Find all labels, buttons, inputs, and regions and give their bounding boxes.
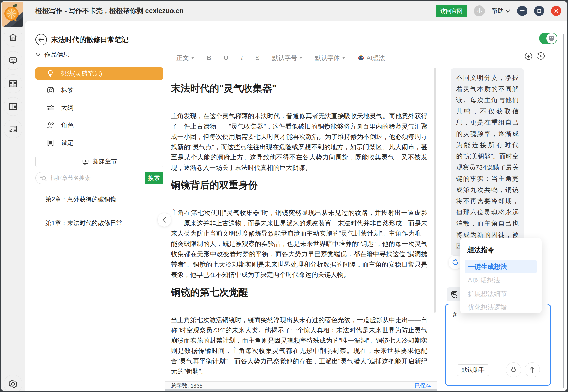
collapse-panel-button[interactable]: [157, 213, 171, 227]
panel-scrollbar[interactable]: [563, 34, 564, 388]
add-chapter-icon: [82, 158, 89, 165]
history-button[interactable]: [536, 52, 545, 61]
chapter-item[interactable]: 第2章：意外获得的破铜镜: [45, 194, 155, 205]
underline-button[interactable]: U: [224, 54, 228, 62]
home-icon[interactable]: [4, 28, 22, 47]
chat-input-value[interactable]: #: [453, 311, 457, 318]
chapter-item[interactable]: 第1章：末法时代的散修日常: [45, 217, 155, 229]
maximize-icon: [537, 9, 541, 13]
horizontal-scrollbar[interactable]: [165, 389, 437, 391]
ai-idea-button[interactable]: AI想法: [358, 54, 385, 62]
clear-button[interactable]: [506, 362, 521, 377]
editor-toolbar: 正文 B U I S 默认字号 默认字体 AI想法: [165, 50, 437, 66]
chevron-down-icon: [505, 9, 510, 13]
send-button[interactable]: [525, 362, 540, 377]
reader-icon[interactable]: [4, 97, 22, 116]
clock-icon: [536, 52, 545, 61]
back-button[interactable]: [35, 34, 47, 45]
caret-down-icon: [342, 57, 345, 59]
ai-assistant-toggle[interactable]: [539, 33, 557, 44]
paragraph-style-select[interactable]: 正文: [176, 54, 194, 62]
doc-heading: 铜镜背后的双重身份: [171, 178, 427, 192]
doc-heading: 铜镜的第七次觉醒: [171, 286, 427, 299]
new-chapter-button[interactable]: 新建章节: [35, 156, 163, 167]
chat-icon[interactable]: [4, 51, 22, 70]
plus-circle-icon: [524, 52, 533, 61]
section-work-info[interactable]: 作品信息: [35, 50, 69, 59]
sidebar-item-settings[interactable]: 设定: [35, 136, 163, 149]
person-gear-icon: [47, 122, 54, 129]
editor-scrollbar[interactable]: [434, 68, 436, 313]
window-title: 橙橙写作 - 写作不卡壳，橙橙帮你剥 ccxiezuo.cn: [35, 1, 184, 21]
robot-face-icon: [548, 35, 555, 42]
refresh-icon: [452, 259, 459, 266]
close-icon: [554, 9, 558, 13]
help-menu[interactable]: 帮助: [492, 7, 510, 15]
app-window: 橙橙写作 - 写作不卡壳，橙橙帮你剥 ccxiezuo.cn 访问官网 小 帮助: [1, 1, 567, 391]
sidebar-item-outline[interactable]: 大纲: [35, 101, 163, 114]
settings-icon[interactable]: [4, 375, 22, 391]
doc-section: 铜镜背后的双重身份 主角在第七次使用"灵气收集器"时，铜镜突然显现出从未见过的纹…: [171, 178, 427, 280]
doc-paragraph: 当主角第七次激活铜镜时，镜面突然浮现出从未有过的蓝色光纹，一道虚影从中走出——自…: [171, 315, 427, 377]
arrow-up-icon: [529, 366, 535, 373]
help-label: 帮助: [492, 7, 504, 15]
close-button[interactable]: [551, 6, 561, 16]
maximize-button[interactable]: [534, 6, 544, 16]
menu-label: 标签: [61, 86, 74, 94]
popup-item-optimize-idea[interactable]: 优化想法逻辑: [465, 300, 537, 314]
chapter-search: 搜索: [35, 172, 163, 184]
robot-icon: [358, 55, 364, 61]
default-assistant-button[interactable]: 默认助手: [457, 364, 489, 376]
arrow-left-icon: [38, 37, 44, 42]
chat-input-box[interactable]: # 默认助手: [445, 304, 551, 386]
caret-down-icon: [191, 57, 194, 59]
caret-down-icon: [299, 57, 302, 59]
library-icon[interactable]: [4, 74, 22, 93]
user-avatar[interactable]: 小: [474, 5, 485, 16]
strikethrough-button[interactable]: S: [255, 54, 260, 62]
panel-divider: [443, 65, 563, 65]
doc-paragraph: 主角在第七次使用"灵气收集器"时，铜镜突然显现出从未见过的纹路，并投射出一道虚影…: [171, 208, 427, 280]
book-title: 末法时代的散修日常笔记: [51, 34, 129, 45]
ai-panel: 不同文明分支，掌握着灵气本质的不同解读。每次主角与他们共鸣，不仅获取信息，更是在…: [438, 21, 567, 391]
idea-command-popup: 想法指令 一键生成想法 AI对话想法 扩展想法细节 优化想法逻辑: [460, 238, 542, 313]
main-card: 末法时代的散修日常笔记 作品信息 想法(灵感笔记) 标签 大纲 角色: [25, 21, 567, 391]
save-status[interactable]: 已保存: [415, 382, 431, 389]
titlebar: 橙橙写作 - 写作不卡壳，橙橙帮你剥 ccxiezuo.cn 访问官网 小 帮助: [1, 1, 567, 21]
add-idea-button[interactable]: [524, 52, 533, 61]
menu-label: 设定: [61, 138, 74, 147]
ai-message-bubble: 不同文明分支，掌握着灵气本质的不同解读。每次主角与他们共鸣，不仅获取信息，更是在…: [451, 68, 524, 256]
sidebar-item-tags[interactable]: 标签: [35, 84, 163, 97]
robot-icon: [450, 290, 458, 299]
bold-button[interactable]: B: [207, 54, 211, 62]
minimize-button[interactable]: [517, 6, 527, 16]
search-input[interactable]: [35, 172, 145, 184]
sliders-icon: [47, 104, 54, 111]
font-size-select[interactable]: 默认字号: [272, 54, 302, 62]
broom-icon: [510, 366, 517, 373]
chevron-left-icon: [163, 217, 166, 223]
section-label: 作品信息: [44, 50, 69, 59]
editor-statusbar: 总字数: 1835 已保存: [165, 381, 437, 390]
doc-heading: 末法时代的"灵气收集器": [171, 82, 427, 95]
app-sidebar: [1, 21, 25, 391]
menu-label: 大纲: [61, 104, 74, 112]
sidebar-item-characters[interactable]: 角色: [35, 119, 163, 131]
lightbulb-icon: [47, 70, 54, 77]
popup-item-generate-idea[interactable]: 一键生成想法: [465, 260, 537, 273]
sidebar-item-ideas[interactable]: 想法(灵感笔记): [35, 67, 163, 80]
minimize-icon: [520, 10, 525, 11]
desktop-background: 橙橙写作 - 写作不卡壳，橙橙帮你剥 ccxiezuo.cn 访问官网 小 帮助: [0, 0, 568, 392]
detach-panel-icon[interactable]: [4, 120, 22, 138]
chevron-down-icon: [35, 53, 41, 56]
popup-item-ai-dialog-idea[interactable]: AI对话想法: [465, 273, 537, 287]
popup-item-expand-idea[interactable]: 扩展想法细节: [465, 287, 537, 300]
editor-column: 正文 B U I S 默认字号 默认字体 AI想法 末法时代的"灵气收集器": [164, 21, 437, 391]
doc-section: 末法时代的"灵气收集器" 主角发现，在这个灵气稀薄的末法时代，普通修真者无法直接…: [171, 82, 427, 173]
italic-button[interactable]: I: [241, 54, 243, 61]
document-body[interactable]: 末法时代的"灵气收集器" 主角发现，在这个灵气稀薄的末法时代，普通修真者无法直接…: [165, 66, 437, 381]
toggle-knob: [546, 33, 557, 44]
font-family-select[interactable]: 默认字体: [315, 54, 345, 62]
visit-site-button[interactable]: 访问官网: [436, 5, 467, 17]
search-button[interactable]: 搜索: [145, 172, 163, 184]
